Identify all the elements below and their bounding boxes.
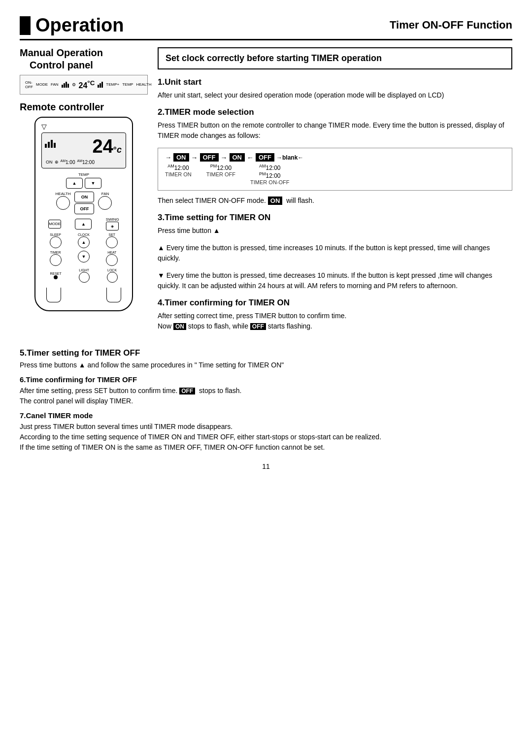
screen-clock-icon: ⊕	[55, 160, 59, 164]
triangle-down-icon	[158, 271, 165, 279]
clock-label: CLOCK	[78, 233, 90, 236]
timer-on-time: AM12:00 TIMER ON	[165, 164, 192, 185]
control-panel-display: ON-OFF MODE FAN ⚙ 24°C TEMP+ TEMP	[20, 75, 148, 95]
swing-btn[interactable]: ◈	[106, 222, 119, 230]
cp-temp-label: TEMP	[122, 82, 133, 87]
cp-bar4	[67, 84, 69, 88]
timer-diagram-times: AM12:00 TIMER ON PM12:00 TIMER OFF AM12:…	[165, 164, 505, 185]
step7-body2-text: According to the time setting sequence o…	[20, 433, 381, 441]
step6-title: 6.Time confirming for TIMER OFF	[20, 375, 512, 384]
screen-bars	[45, 140, 56, 148]
temp-down-btn[interactable]: ▼	[85, 178, 101, 189]
step6-body: After time setting, press SET button to …	[20, 386, 512, 406]
on-flash-indicator: ON	[268, 197, 283, 205]
health-label: HEALTH	[56, 192, 71, 196]
down-btn2[interactable]: ▼	[78, 251, 90, 263]
step6-body1-text: After time setting, press SET button to …	[20, 387, 177, 394]
step1-body: After unit start, select your desired op…	[158, 90, 512, 100]
health-btn[interactable]	[56, 196, 70, 210]
up-btn2[interactable]: ▲	[75, 219, 92, 230]
step3-down-body: Every time the button is pressed, time d…	[158, 271, 492, 290]
step4-on-badge: ON	[173, 323, 186, 330]
page-number: 11	[20, 462, 512, 470]
step7-title: 7.Canel TIMER mode	[20, 411, 512, 420]
diag-arrow2: →	[221, 154, 228, 162]
light-btn[interactable]	[79, 272, 90, 283]
step5-title: 5.Timer setting for TIMER OFF	[20, 348, 512, 358]
left-column: Manual Operation Control panel ON-OFF MO…	[20, 47, 148, 338]
swing-label: SWING	[106, 217, 119, 222]
remote-screen: 24°c ON ⊕ AM1:00 AM12:00	[41, 132, 126, 168]
main-title: Operation	[20, 15, 124, 36]
rs-bar3	[51, 140, 53, 148]
remote-controller-diagram: ▽ 24°c ON ⊕ AM1:00 AM12:00	[34, 117, 133, 311]
step4-body1-text: After setting correct time, press TIMER …	[158, 312, 346, 320]
title-decoration	[20, 16, 31, 35]
remote-feet	[41, 288, 126, 302]
step1-title: 1.Unit start	[158, 77, 512, 87]
timer-label: TIMER	[50, 251, 61, 254]
timer-diagram-sequence: → ON → OFF → ON ← OFF →blank←	[165, 153, 505, 162]
temp-up-btn[interactable]: ▲	[66, 178, 83, 189]
title-text: Operation	[35, 15, 124, 36]
clock-btn[interactable]: ▲	[78, 236, 90, 248]
timer-on-off-time-val: AM12:00	[259, 164, 281, 171]
sleep-btn[interactable]	[50, 236, 62, 248]
will-flash-text: will flash.	[286, 197, 314, 204]
cp-bar7	[101, 82, 103, 88]
cp-bar6	[100, 83, 101, 88]
step3-title: 3.Time setting for TIMER ON	[158, 213, 512, 223]
cp-temp-display: 24°C	[79, 79, 95, 90]
off-btn[interactable]: OFF	[74, 203, 94, 214]
sleep-clock-row: SLEEP CLOCK ▲ SET	[41, 233, 126, 248]
reset-btn[interactable]	[54, 275, 58, 279]
step4-now-text: Now	[158, 322, 173, 330]
step2-body: Press TIMER button on the remote control…	[158, 120, 512, 141]
cp-bar2	[64, 83, 65, 88]
manual-operation-title: Manual Operation	[20, 47, 148, 59]
step5-body: Press time buttons ▲ and follow the same…	[20, 360, 512, 370]
step7-body: Just press TIMER button several times un…	[20, 422, 512, 453]
heat-btn[interactable]	[106, 254, 118, 266]
step3-up-body: Every time the button is pressed, time i…	[158, 244, 490, 262]
step4-mid-text: stops to flash, while	[188, 322, 250, 330]
diag-blank: →blank←	[276, 154, 303, 161]
step6-body2-text: stops to flash.	[199, 387, 241, 394]
diag-off2: OFF	[256, 153, 274, 162]
timer-on-time-val: AM12:00	[167, 164, 189, 171]
rs-bar2	[48, 142, 50, 148]
screen-temp-unit: °c	[113, 145, 122, 155]
cp-bar5	[98, 85, 99, 88]
main-layout: Manual Operation Control panel ON-OFF MO…	[20, 47, 512, 338]
cp-mode-label: MODE	[36, 82, 48, 87]
timer-btn[interactable]	[50, 254, 62, 266]
temp-btn-group: ▲ ▼	[66, 178, 101, 189]
step6-body3-text: The control panel will display TIMER.	[20, 397, 133, 405]
cp-bar1	[62, 85, 63, 88]
temp-buttons-row: TEMP ▲ ▼	[41, 172, 126, 189]
remote-controller-label: Remote controller	[20, 101, 148, 113]
cp-gear-icon: ⚙	[72, 82, 76, 87]
cp-bar-indicator2	[98, 82, 103, 88]
rs-bar4	[54, 143, 56, 148]
on-btn[interactable]: ON	[74, 192, 94, 202]
lock-btn[interactable]	[107, 272, 118, 283]
mode-btn[interactable]: MODE	[48, 220, 61, 229]
timer-off-label: TIMER OFF	[206, 171, 235, 177]
notice-box: Set clock correctly before starting TIME…	[158, 47, 512, 69]
set-btn[interactable]	[106, 236, 118, 248]
cp-onoff-label: ON-OFF	[25, 80, 33, 89]
timer-off-time-val: PM12:00	[210, 164, 232, 171]
diag-arrow1: →	[191, 154, 198, 162]
step4-title: 4.Timer confirming for TIMER ON	[158, 298, 512, 308]
fan-btn[interactable]	[98, 196, 112, 210]
control-panel-title: Control panel	[20, 60, 148, 71]
mode-swing-row: MODE ▲ SWING ◈	[41, 217, 126, 230]
then-select-text: Then select TIMER ON-OFF mode. ON will f…	[158, 196, 512, 206]
lock-label: LOCK	[107, 268, 117, 272]
triangle-up-icon	[158, 244, 165, 252]
bottom-section: 5.Timer setting for TIMER OFF Press time…	[20, 348, 512, 453]
temp-label: TEMP	[78, 172, 89, 177]
diag-arrow3: ←	[247, 154, 254, 162]
step3-down-text: Every time the button is pressed, time d…	[158, 270, 512, 291]
